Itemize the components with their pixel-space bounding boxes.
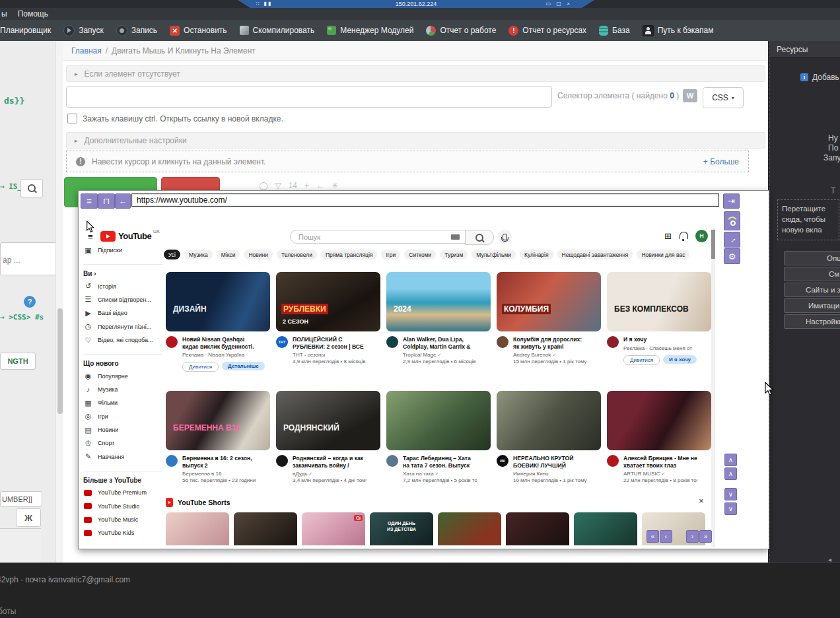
scroll-up-button[interactable]: ∧ xyxy=(724,454,737,466)
video-channel[interactable]: Империя Кино xyxy=(513,471,587,477)
sidebar-item[interactable]: ◉ Популярне xyxy=(83,369,162,382)
video-title[interactable]: Алексей Брянцев - Мне не хватает твоих г… xyxy=(623,455,697,469)
more-link[interactable]: + Больше xyxy=(703,157,739,166)
video-thumbnail[interactable]: БЕРЕМЕННА В16 xyxy=(166,391,270,450)
menu-item-fragment[interactable]: ы xyxy=(1,9,7,18)
selector-type-dropdown[interactable]: CSS ▾ xyxy=(703,87,744,108)
sidebar-item[interactable]: ▤ Новини xyxy=(83,423,162,436)
toolbar-stop[interactable]: ✕Остановить xyxy=(170,26,227,36)
video-thumbnail[interactable]: РУБЛЕВКИ 2 СЕЗОН xyxy=(276,272,380,331)
url-input[interactable] xyxy=(131,193,719,207)
video-card[interactable]: РОДНЯНСКИЙ Роднянский – когда и как зака… xyxy=(276,391,380,487)
video-title[interactable]: Alan Walker, Dua Lipa, Coldplay, Martin … xyxy=(403,336,477,350)
ad-action-button[interactable]: И я хочу xyxy=(663,355,697,364)
menu-item-help[interactable]: Помощь xyxy=(18,9,48,18)
settings-button[interactable]: Настройки xyxy=(784,314,840,329)
sidebar-item[interactable]: ↺ Історія xyxy=(83,279,162,292)
circle-icon[interactable]: ◯ xyxy=(259,181,267,190)
gear-icon[interactable]: ✳ xyxy=(332,181,338,190)
youtube-avatar[interactable]: Н xyxy=(695,230,708,242)
shorts-close-icon[interactable]: × xyxy=(699,496,704,506)
channel-avatar[interactable] xyxy=(386,455,398,467)
category-chip[interactable]: Теленовели xyxy=(277,250,317,259)
ctrl-click-checkbox[interactable] xyxy=(67,114,77,123)
shorts-thumbnail[interactable] xyxy=(574,512,637,545)
video-title[interactable]: ПОЛИЦЕЙСКИЙ С РУБЛЕВКИ: 2 сезон | ВСЕ СЕ… xyxy=(293,336,367,350)
toolbar-work-report[interactable]: Отчет о работе xyxy=(426,26,496,36)
scrollbar-thumb[interactable] xyxy=(711,230,715,259)
remote-session-bar[interactable]: ∷ ▮▮ 150.201.62.224 ▭ ▢ × xyxy=(238,0,594,8)
sidebar-item[interactable]: ▶ Ваші відео xyxy=(83,306,162,320)
video-card[interactable]: Тарас Лебединец – Хата на тата 7 сезон. … xyxy=(386,391,491,487)
channel-avatar[interactable] xyxy=(276,455,288,467)
input-fragment[interactable]: ар ... xyxy=(3,256,20,265)
video-channel[interactable]: Реклама · Nissan Україна xyxy=(182,352,256,358)
channel-avatar[interactable] xyxy=(386,336,398,348)
youtube-scrollbar[interactable] xyxy=(711,228,715,547)
shorts-thumbnail[interactable] xyxy=(438,512,501,545)
browser-connection-button[interactable] xyxy=(724,211,740,230)
video-card[interactable]: БЕЗ КОМПЛЕКСОВ И я хочу Реклама · Спасеш… xyxy=(607,272,711,372)
view-button[interactable]: См xyxy=(784,267,840,281)
notifications-bell-icon[interactable] xyxy=(680,232,688,239)
browser-step-button[interactable]: ⊓ xyxy=(98,193,115,209)
video-title[interactable]: НЕРЕАЛЬНО КРУТОЙ БОЕВИК! ЛУЧШИЙ КРИМИНАЛ… xyxy=(513,455,587,469)
category-chip[interactable]: Туризм xyxy=(440,250,468,259)
ad-action-button[interactable]: Детальніше xyxy=(222,362,265,370)
category-chip[interactable]: Ситкоми xyxy=(404,250,436,259)
video-card[interactable]: БЕРЕМЕННА В16 Беременна в 16: 2 сезон, в… xyxy=(166,391,270,487)
drop-zone[interactable]: Перетащите сюда, чтобы новую вкла xyxy=(777,199,839,240)
add-resource-link[interactable]: i Добавь xyxy=(800,73,839,82)
toolbar-run[interactable]: Запуск xyxy=(63,25,104,36)
selector-w-badge[interactable]: W xyxy=(683,89,697,102)
video-thumbnail[interactable]: РОДНЯНСКИЙ xyxy=(276,391,380,450)
toolbar-record[interactable]: Запись xyxy=(116,25,157,36)
sidebar-item[interactable]: ♪ Музика xyxy=(83,383,162,396)
nav-prev-button[interactable]: ‹ xyxy=(660,530,672,543)
category-chip[interactable]: Пряма трансляція xyxy=(321,250,378,259)
channel-avatar[interactable] xyxy=(166,455,178,467)
nav-first-button[interactable]: « xyxy=(647,530,659,543)
toolbar-compile[interactable]: Скомпилировать xyxy=(240,26,315,35)
selector-input[interactable] xyxy=(66,86,552,108)
video-card[interactable]: РУБЛЕВКИ 2 СЕЗОН ТНТ ПОЛИЦЕЙСКИЙ С РУБЛЕ… xyxy=(276,272,380,372)
video-channel[interactable]: Tropical Mage✓ xyxy=(403,352,477,358)
filter-icon[interactable]: ▽ xyxy=(275,181,281,190)
browser-settings-button[interactable]: ⚙ xyxy=(724,248,740,264)
back-arrow-icon[interactable]: ← xyxy=(316,181,324,190)
channel-avatar[interactable]: ТНТ xyxy=(276,336,288,348)
remote-bar-window-controls[interactable]: ▭ ▢ × xyxy=(546,1,572,7)
channel-avatar[interactable]: ИК xyxy=(497,455,508,467)
help-button[interactable]: ? xyxy=(24,296,36,308)
shorts-thumbnail[interactable]: ОДИН ДЕНЬИЗ ДЕТСТВА xyxy=(370,512,433,545)
scrollbar-thumb[interactable] xyxy=(57,308,63,414)
toolbar-backups-path[interactable]: Путь к бэкапам xyxy=(643,25,714,36)
category-chip[interactable]: Мультфільми xyxy=(472,250,516,259)
category-chip[interactable]: Нещодавні завантаження xyxy=(557,250,633,259)
sidebar-item[interactable]: YouTube Premium xyxy=(83,486,162,499)
breadcrumb-home-link[interactable]: Главная xyxy=(71,46,102,55)
browser-menu-button[interactable]: ≡ xyxy=(81,193,98,209)
youtube-wordmark[interactable]: YouTube xyxy=(118,231,151,241)
video-card[interactable]: ИК НЕРЕАЛЬНО КРУТОЙ БОЕВИК! ЛУЧШИЙ КРИМИ… xyxy=(497,391,601,487)
sidebar-item[interactable]: Що нового xyxy=(83,354,162,369)
video-title[interactable]: Колумбія для дорослих: як живуть у країн… xyxy=(513,336,587,350)
youtube-hamburger-icon[interactable]: ≡ xyxy=(88,232,93,242)
sidebar-item[interactable]: YouTube Studio xyxy=(83,499,162,512)
video-thumbnail[interactable] xyxy=(386,391,491,450)
imitation-button[interactable]: Имитация xyxy=(784,298,840,313)
video-title[interactable]: И я хочу xyxy=(623,336,697,343)
sidebar-item[interactable]: YouTube Music xyxy=(83,513,162,526)
advanced-settings-section[interactable]: ▸ Дополнительные настройки xyxy=(66,132,765,149)
scroll-up-button-2[interactable]: ∧ xyxy=(724,467,737,480)
video-thumbnail[interactable] xyxy=(497,391,601,450)
shorts-thumbnail[interactable] xyxy=(506,512,569,545)
category-chip[interactable]: Кулінарія xyxy=(520,250,553,259)
sidebar-item[interactable]: ▦ Фільми xyxy=(83,396,162,409)
sidebar-item[interactable]: ☰ Списки відтворен... xyxy=(83,293,162,306)
sidebar-item[interactable]: ♡ Відео, які сподоба... xyxy=(83,333,162,347)
category-chip[interactable]: Новини xyxy=(244,250,273,259)
shorts-thumbnail[interactable] xyxy=(166,512,229,545)
scroll-down-button-2[interactable]: ∨ xyxy=(724,502,737,515)
ad-watch-button[interactable]: Дивитися xyxy=(182,362,219,372)
